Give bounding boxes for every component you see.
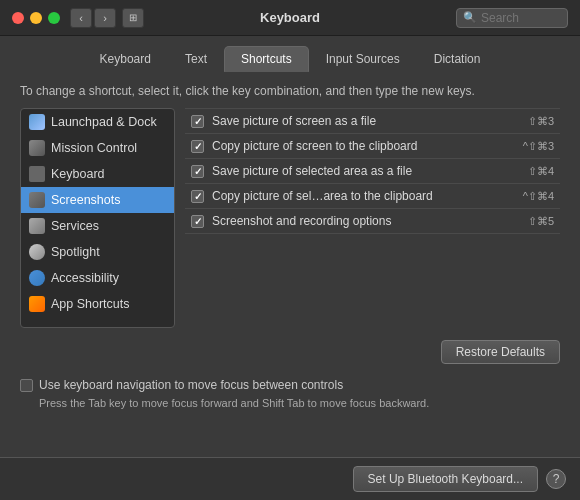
back-button[interactable]: ‹ [70, 8, 92, 28]
nav-buttons: ‹ › [70, 8, 116, 28]
shortcut-row-1: Copy picture of screen to the clipboard … [185, 134, 560, 159]
footer: Set Up Bluetooth Keyboard... ? [0, 457, 580, 500]
shortcut-checkbox-0[interactable] [191, 115, 204, 128]
forward-button[interactable]: › [94, 8, 116, 28]
grid-button[interactable]: ⊞ [122, 8, 144, 28]
main-content: To change a shortcut, select it, click t… [0, 72, 580, 328]
sidebar-label-mission-control: Mission Control [51, 141, 137, 155]
shortcut-row-3: Copy picture of sel…area to the clipboar… [185, 184, 560, 209]
sidebar-item-mission-control[interactable]: Mission Control [21, 135, 174, 161]
traffic-lights [12, 12, 60, 24]
keyboard-icon [29, 166, 45, 182]
app-shortcuts-icon [29, 296, 45, 312]
sidebar-label-screenshots: Screenshots [51, 193, 120, 207]
nav-keyboard-label: Use keyboard navigation to move focus be… [39, 378, 343, 392]
shortcut-keys-3: ^⇧⌘4 [523, 190, 554, 203]
sidebar-label-services: Services [51, 219, 99, 233]
nav-keyboard-hint: Press the Tab key to move focus forward … [39, 397, 560, 409]
tab-bar: Keyboard Text Shortcuts Input Sources Di… [0, 36, 580, 72]
shortcut-label-4: Screenshot and recording options [212, 214, 520, 228]
tab-dictation[interactable]: Dictation [417, 46, 498, 72]
sidebar: Launchpad & Dock Mission Control Keyboar… [20, 108, 175, 328]
shortcut-keys-2: ⇧⌘4 [528, 165, 554, 178]
shortcut-row-0: Save picture of screen as a file ⇧⌘3 [185, 108, 560, 134]
help-button[interactable]: ? [546, 469, 566, 489]
shortcut-checkbox-1[interactable] [191, 140, 204, 153]
shortcut-label-2: Save picture of selected area as a file [212, 164, 520, 178]
search-input[interactable] [481, 11, 561, 25]
content-area: Launchpad & Dock Mission Control Keyboar… [20, 108, 560, 328]
sidebar-label-accessibility: Accessibility [51, 271, 119, 285]
shortcut-keys-4: ⇧⌘5 [528, 215, 554, 228]
shortcut-row-2: Save picture of selected area as a file … [185, 159, 560, 184]
launchpad-icon [29, 114, 45, 130]
sidebar-item-app-shortcuts[interactable]: App Shortcuts [21, 291, 174, 317]
restore-defaults-button[interactable]: Restore Defaults [441, 340, 560, 364]
tab-shortcuts[interactable]: Shortcuts [224, 46, 309, 72]
shortcut-checkbox-3[interactable] [191, 190, 204, 203]
shortcut-keys-1: ^⇧⌘3 [523, 140, 554, 153]
shortcut-label-0: Save picture of screen as a file [212, 114, 520, 128]
shortcut-row-4: Screenshot and recording options ⇧⌘5 [185, 209, 560, 234]
sidebar-item-screenshots[interactable]: Screenshots [21, 187, 174, 213]
hint-text: To change a shortcut, select it, click t… [20, 84, 560, 98]
sidebar-label-launchpad: Launchpad & Dock [51, 115, 157, 129]
nav-keyboard-checkbox[interactable] [20, 379, 33, 392]
sidebar-item-services[interactable]: Services [21, 213, 174, 239]
sidebar-item-accessibility[interactable]: Accessibility [21, 265, 174, 291]
titlebar: ‹ › ⊞ Keyboard 🔍 [0, 0, 580, 36]
accessibility-icon [29, 270, 45, 286]
sidebar-item-launchpad[interactable]: Launchpad & Dock [21, 109, 174, 135]
shortcut-label-1: Copy picture of screen to the clipboard [212, 139, 515, 153]
sidebar-label-keyboard: Keyboard [51, 167, 105, 181]
close-button[interactable] [12, 12, 24, 24]
shortcut-checkbox-4[interactable] [191, 215, 204, 228]
sidebar-item-keyboard[interactable]: Keyboard [21, 161, 174, 187]
tab-text[interactable]: Text [168, 46, 224, 72]
screenshots-icon [29, 192, 45, 208]
search-icon: 🔍 [463, 11, 477, 24]
mission-control-icon [29, 140, 45, 156]
shortcut-checkbox-2[interactable] [191, 165, 204, 178]
maximize-button[interactable] [48, 12, 60, 24]
bluetooth-button[interactable]: Set Up Bluetooth Keyboard... [353, 466, 538, 492]
sidebar-item-spotlight[interactable]: Spotlight [21, 239, 174, 265]
bottom-area: Restore Defaults Use keyboard navigation… [0, 328, 580, 409]
shortcuts-panel: Save picture of screen as a file ⇧⌘3 Cop… [185, 108, 560, 328]
spotlight-icon [29, 244, 45, 260]
window-title: Keyboard [260, 10, 320, 25]
sidebar-label-spotlight: Spotlight [51, 245, 100, 259]
search-box[interactable]: 🔍 [456, 8, 568, 28]
restore-btn-row: Restore Defaults [20, 340, 560, 364]
shortcut-keys-0: ⇧⌘3 [528, 115, 554, 128]
nav-checkbox-row: Use keyboard navigation to move focus be… [20, 378, 560, 392]
minimize-button[interactable] [30, 12, 42, 24]
shortcut-label-3: Copy picture of sel…area to the clipboar… [212, 189, 515, 203]
services-icon [29, 218, 45, 234]
sidebar-label-app-shortcuts: App Shortcuts [51, 297, 130, 311]
tab-keyboard[interactable]: Keyboard [83, 46, 168, 72]
tab-input-sources[interactable]: Input Sources [309, 46, 417, 72]
